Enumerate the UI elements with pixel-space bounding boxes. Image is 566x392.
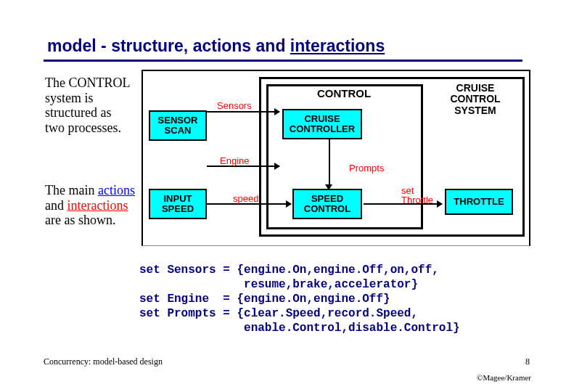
box-input-speed: INPUT SPEED bbox=[149, 189, 207, 219]
title-text-underlined: interactions bbox=[290, 36, 385, 55]
arrow-sensors bbox=[207, 111, 279, 113]
box-control-label: CONTROL bbox=[268, 87, 420, 99]
para2-a: The main bbox=[45, 183, 98, 197]
title-underline-rule bbox=[44, 60, 522, 62]
label-sensors: Sensors bbox=[217, 100, 252, 111]
footer-left: Concurrency: model-based design bbox=[44, 356, 163, 367]
para2-c: are as shown. bbox=[45, 213, 115, 227]
keyword-interactions: interactions bbox=[67, 198, 128, 213]
footer-copyright: ©Magee/Kramer bbox=[477, 373, 531, 382]
para2-b: and bbox=[45, 198, 67, 213]
footer-page-number: 8 bbox=[525, 356, 530, 367]
code-definitions: set Sensors = {engine.On,engine.Off,on,o… bbox=[139, 263, 460, 335]
keyword-actions: actions bbox=[98, 183, 135, 197]
label-engine: Engine bbox=[220, 155, 249, 166]
title-text-plain: model - structure, actions and bbox=[47, 36, 290, 55]
box-sensor-scan: SENSOR SCAN bbox=[149, 110, 207, 141]
box-throttle: THROTTLE bbox=[445, 189, 513, 215]
label-set-throttle: set Throttle bbox=[401, 186, 433, 205]
box-cruise-controller: CRUISE CONTROLLER bbox=[282, 109, 362, 139]
box-speed-control: SPEED CONTROL bbox=[292, 189, 362, 219]
structure-diagram: CRUISE CONTROL SYSTEM CONTROL SENSOR SCA… bbox=[142, 70, 530, 246]
arrow-prompts-line bbox=[329, 139, 330, 187]
paragraph-1: The CONTROL system is structured as two … bbox=[45, 75, 132, 136]
slide-title: model - structure, actions and interacti… bbox=[47, 36, 385, 56]
paragraph-2: The main actions and interactions are as… bbox=[45, 183, 139, 228]
label-prompts: Prompts bbox=[349, 163, 384, 173]
box-cruise-control-system: CRUISE CONTROL SYSTEM bbox=[432, 83, 519, 116]
label-speed: speed bbox=[233, 193, 258, 204]
